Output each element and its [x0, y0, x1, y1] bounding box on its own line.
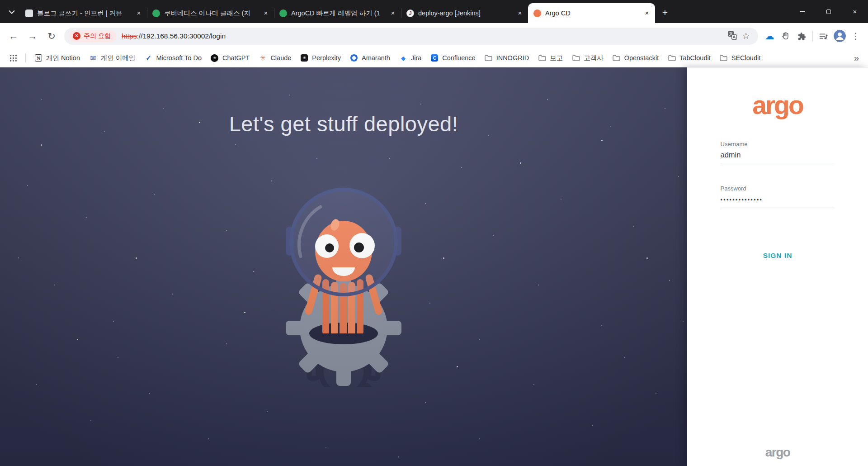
bookmark-label: 개인 Notion: [46, 54, 80, 62]
url-rest: ://192.168.56.30:30002/login: [137, 32, 226, 40]
browser-toolbar: ← → ↻ × 주의 요함 https://192.168.56.30:3000…: [0, 23, 868, 49]
bookmark-claude[interactable]: ✳ Claude: [255, 52, 295, 64]
bookmark-label: 보고: [550, 54, 563, 62]
course-favicon: [152, 10, 160, 17]
folder-icon: [485, 54, 493, 62]
bookmark-label: INNOGRID: [496, 54, 529, 62]
bookmarks-overflow-button[interactable]: »: [850, 53, 863, 63]
url-text: https://192.168.56.30:30002/login: [122, 32, 726, 40]
bookmark-personal-mail[interactable]: ✉ 개인 이메일: [85, 52, 140, 65]
bookmark-perplexity[interactable]: ✳ Perplexity: [296, 52, 345, 64]
chatgpt-icon: ✳: [211, 54, 218, 62]
reload-button[interactable]: ↻: [42, 27, 61, 45]
password-input[interactable]: [721, 192, 835, 208]
tab-argocd-course[interactable]: ArgoCD 빠르게 레벨업 하기 (1 ×: [274, 3, 401, 23]
username-field-group: Username: [721, 141, 835, 164]
profile-avatar[interactable]: [832, 29, 847, 44]
cloud-sync-icon[interactable]: ☁: [762, 29, 777, 44]
bookmark-chatgpt[interactable]: ✳ ChatGPT: [207, 52, 254, 64]
bookmarks-divider: [25, 53, 26, 62]
translate-button[interactable]: [726, 29, 739, 43]
login-form: Username Password SIGN IN: [721, 141, 835, 260]
bookmark-folder-openstackit[interactable]: Openstackit: [609, 52, 663, 64]
browser-menu-kebab[interactable]: ⋮: [848, 29, 863, 44]
new-tab-button[interactable]: +: [658, 6, 672, 20]
bookmark-folder-secloudit[interactable]: SECloudit: [716, 52, 764, 64]
bookmark-label: Confluence: [442, 54, 475, 62]
bookmark-label: ChatGPT: [222, 54, 250, 62]
window-maximize-button[interactable]: [816, 0, 842, 23]
bookmark-folder-innogrid[interactable]: INNOGRID: [481, 52, 533, 64]
password-field-group: Password: [721, 185, 835, 208]
close-icon: ×: [853, 8, 857, 15]
chevron-down-icon: [9, 8, 15, 16]
inflearn-favicon: [25, 10, 33, 17]
tab-inflearn-blog[interactable]: 블로그 글쓰기 - 인프런 | 커뮤 ×: [20, 3, 147, 23]
perplexity-icon: ✳: [301, 54, 308, 62]
course-favicon: [279, 10, 287, 17]
bookmark-ms-todo[interactable]: ✓ Microsoft To Do: [140, 52, 205, 64]
toolbar-divider: [812, 31, 813, 41]
folder-icon: [613, 54, 621, 62]
tab-close-icon[interactable]: ×: [388, 9, 397, 18]
amaranth-icon: [350, 54, 358, 62]
bookmark-label: 고객사: [584, 54, 604, 62]
back-button[interactable]: ←: [5, 27, 23, 45]
bookmark-label: Openstackit: [624, 54, 659, 62]
folder-icon: [572, 54, 580, 62]
bookmark-label: 개인 이메일: [101, 54, 136, 62]
password-label: Password: [721, 185, 835, 192]
tab-close-icon[interactable]: ×: [642, 9, 651, 18]
security-warning-chip[interactable]: × 주의 요함: [70, 30, 116, 42]
login-splash-area: Let's get stuff deployed!: [0, 67, 687, 466]
bookmark-label: Amaranth: [362, 54, 390, 62]
bookmark-folder-tabcloudit[interactable]: TabCloudit: [664, 52, 715, 64]
username-input[interactable]: [721, 148, 835, 164]
claude-icon: ✳: [259, 54, 267, 62]
tab-title: Argo CD: [545, 10, 638, 17]
splash-headline: Let's get stuff deployed!: [0, 111, 687, 136]
bookmark-folder-bogo[interactable]: 보고: [534, 52, 567, 65]
bookmark-star-button[interactable]: ☆: [739, 29, 753, 43]
hand-extension-icon[interactable]: [778, 29, 793, 44]
tab-title: 쿠버네티스 어나더 클래스 (지: [164, 9, 257, 18]
argo-logo: argo: [687, 90, 868, 120]
maximize-icon: [826, 10, 831, 14]
warning-label: 주의 요함: [84, 32, 111, 40]
bookmark-label: Perplexity: [312, 54, 341, 62]
bookmark-label: Jira: [411, 54, 421, 62]
bookmark-folder-customers[interactable]: 고객사: [568, 52, 608, 65]
bookmark-label: Claude: [270, 54, 291, 62]
bookmark-confluence[interactable]: C Confluence: [426, 52, 479, 64]
tab-close-icon[interactable]: ×: [134, 9, 143, 18]
window-close-button[interactable]: ×: [842, 0, 868, 23]
sign-in-button[interactable]: SIGN IN: [763, 252, 793, 260]
apps-grid-icon[interactable]: [5, 50, 21, 66]
bookmark-amaranth[interactable]: Amaranth: [346, 52, 394, 64]
folder-icon: [668, 54, 676, 62]
tab-search-button[interactable]: [4, 3, 20, 21]
bookmarks-bar: N 개인 Notion ✉ 개인 이메일 ✓ Microsoft To Do ✳…: [0, 49, 868, 67]
jira-icon: ◆: [399, 54, 407, 62]
tab-jenkins[interactable]: J deploy-argo [Jenkins] ×: [401, 3, 528, 23]
tab-title: deploy-argo [Jenkins]: [418, 10, 511, 17]
bookmark-notion[interactable]: N 개인 Notion: [30, 52, 84, 65]
address-bar[interactable]: × 주의 요함 https://192.168.56.30:30002/logi…: [64, 28, 758, 45]
translate-icon: [728, 31, 737, 42]
media-queue-icon[interactable]: [816, 29, 831, 44]
argo-cd-login-page: Let's get stuff deployed!: [0, 67, 868, 466]
bookmark-label: SECloudit: [731, 54, 760, 62]
login-panel: argo Username Password SIGN IN argo: [687, 67, 868, 466]
tab-title: 블로그 글쓰기 - 인프런 | 커뮤: [37, 9, 130, 18]
tab-close-icon[interactable]: ×: [515, 9, 524, 18]
bookmark-jira[interactable]: ◆ Jira: [395, 52, 425, 64]
tab-argo-cd-active[interactable]: Argo CD ×: [528, 3, 655, 23]
window-minimize-button[interactable]: [789, 0, 816, 23]
tab-kubernetes-class[interactable]: 쿠버네티스 어나더 클래스 (지 ×: [147, 3, 274, 23]
todo-check-icon: ✓: [144, 54, 152, 62]
tab-close-icon[interactable]: ×: [261, 9, 270, 18]
extensions-puzzle-icon[interactable]: [794, 29, 810, 44]
forward-button[interactable]: →: [24, 27, 42, 45]
argo-footer-logo: argo: [687, 445, 868, 460]
folder-icon: [538, 54, 546, 62]
